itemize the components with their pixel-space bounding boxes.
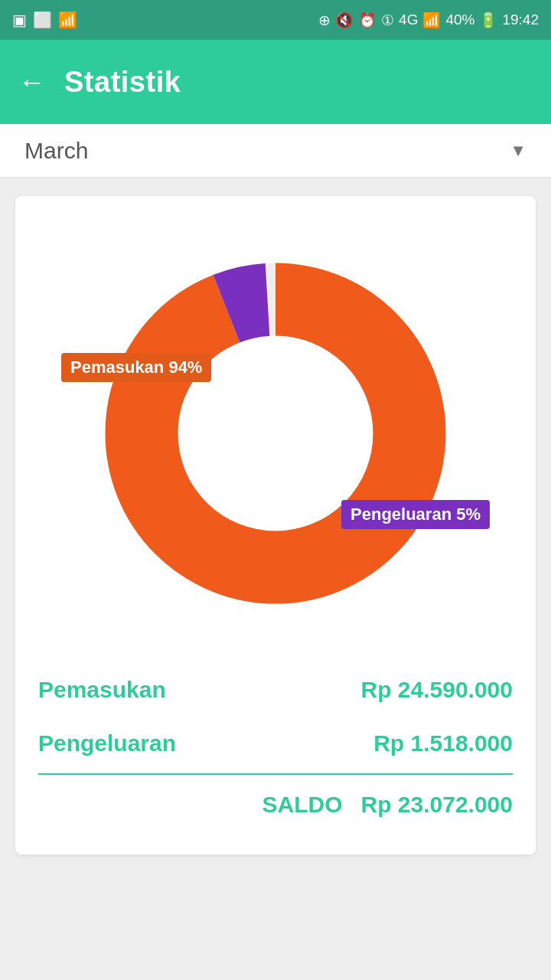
pemasukan-row: Pemasukan Rp 24.590.000 (38, 663, 513, 717)
donut-chart (84, 242, 467, 625)
network-4g-icon: 4G (399, 11, 418, 28)
image-icon: ⬜ (33, 11, 52, 29)
wifi-icon: 📶 (58, 11, 77, 29)
signal-icon: 📶 (422, 11, 441, 29)
saldo-value: Rp 23.072.000 (361, 792, 513, 818)
saldo-row: SALDO Rp 23.072.000 (38, 778, 513, 831)
pemasukan-value: Rp 24.590.000 (361, 677, 513, 703)
stats-card: Pemasukan 94% Pengeluaran 5% Pemasukan R… (15, 196, 536, 854)
page-title: Statistik (64, 66, 181, 99)
pemasukan-chart-label: Pemasukan 94% (61, 353, 211, 382)
line-icon: ▣ (12, 11, 27, 29)
back-button[interactable]: ← (18, 66, 46, 98)
pengeluaran-chart-label: Pengeluaran 5% (341, 500, 490, 529)
pemasukan-label: Pemasukan (38, 677, 166, 703)
month-selector[interactable]: March ▼ (0, 124, 551, 178)
status-bar: ▣ ⬜ 📶 ⊕ 🔇 ⏰ ① 4G 📶 40% 🔋 19:42 (0, 0, 551, 40)
bluetooth-icon: ⊕ (318, 11, 331, 29)
toolbar: ← Statistik (0, 40, 551, 124)
battery-icon: 🔋 (479, 11, 497, 29)
alarm-icon: ⏰ (358, 11, 377, 29)
status-bar-left-icons: ▣ ⬜ 📶 (12, 11, 77, 29)
mute-icon: 🔇 (335, 11, 354, 29)
month-label: March (24, 138, 88, 164)
pengeluaran-row: Pengeluaran Rp 1.518.000 (38, 717, 513, 770)
chart-container: Pemasukan 94% Pengeluaran 5% (38, 219, 513, 648)
summary-section: Pemasukan Rp 24.590.000 Pengeluaran Rp 1… (38, 663, 513, 831)
status-bar-right-icons: ⊕ 🔇 ⏰ ① 4G 📶 40% 🔋 19:42 (318, 11, 539, 29)
time-display: 19:42 (502, 11, 539, 28)
chevron-down-icon: ▼ (510, 141, 527, 161)
main-content: Pemasukan 94% Pengeluaran 5% Pemasukan R… (0, 178, 551, 873)
sim-icon: ① (381, 11, 394, 29)
saldo-label: SALDO (262, 792, 343, 818)
pengeluaran-value: Rp 1.518.000 (373, 730, 513, 756)
battery-text: 40% (445, 11, 474, 28)
pengeluaran-label: Pengeluaran (38, 730, 176, 756)
divider (38, 773, 513, 775)
